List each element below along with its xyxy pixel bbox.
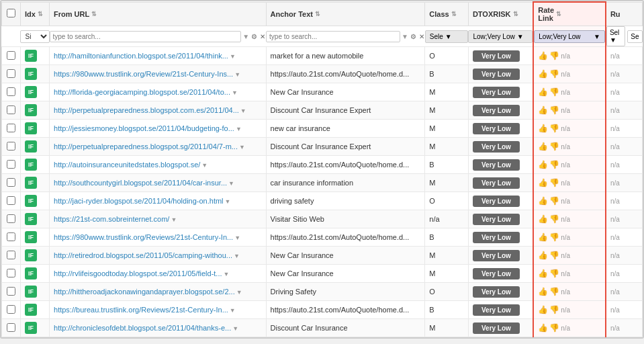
row-dtox: Very Low xyxy=(468,210,533,228)
row-checkbox[interactable] xyxy=(7,160,15,169)
row-checkbox[interactable] xyxy=(7,232,15,241)
sort-from-icon[interactable]: ⇅ xyxy=(91,11,97,17)
thumb-up-icon[interactable]: 👍 xyxy=(538,178,548,187)
from-url-link[interactable]: http://florida-georgiacamping.blogspot.s… xyxy=(54,88,230,96)
thumb-up-icon[interactable]: 👍 xyxy=(538,323,548,333)
sel-filter[interactable]: Sel ▼ xyxy=(606,26,625,46)
from-filter-btn2[interactable]: ✕ xyxy=(259,32,266,41)
row-dtox: Very Low xyxy=(468,174,533,192)
thumb-down-icon[interactable]: 👎 xyxy=(549,214,559,224)
ru-value: n/a xyxy=(610,107,620,114)
from-url-link[interactable]: http://chroniclesofdebt.blogspot.se/2011… xyxy=(54,324,231,332)
row-checkbox[interactable] xyxy=(7,142,15,150)
thumb-down-icon[interactable]: 👎 xyxy=(549,178,559,187)
from-url-link[interactable]: http://perpetualpreparedness.blogspot.co… xyxy=(54,106,239,114)
from-url-link[interactable]: http://rvlifeisgoodtoday.blogspot.se/201… xyxy=(54,269,222,277)
select-all-checkbox[interactable] xyxy=(7,9,15,17)
from-url-link[interactable]: https://980www.trustlink.org/Reviews/21s… xyxy=(54,233,233,241)
class-filter-dropdown[interactable]: Sele ▼ xyxy=(425,30,469,43)
thumb-down-icon[interactable]: 👎 xyxy=(549,251,559,260)
sort-rate-icon[interactable]: ⇅ xyxy=(556,11,561,17)
thumb-down-icon[interactable]: 👎 xyxy=(549,323,559,333)
dtox-badge: Very Low xyxy=(473,69,520,80)
thumb-up-icon[interactable]: 👍 xyxy=(538,87,548,97)
thumb-up-icon[interactable]: 👍 xyxy=(538,124,548,133)
from-url-link[interactable]: http://jaci-ryder.blogspot.se/2011/04/ho… xyxy=(54,197,224,205)
dtox-filter-dropdown[interactable]: Low;Very Low ▼ xyxy=(468,30,533,43)
thumb-up-icon[interactable]: 👍 xyxy=(538,269,548,278)
thumb-up-icon[interactable]: 👍 xyxy=(538,214,548,224)
from-url-link[interactable]: http://hittheroadjackonawingandaprayer.b… xyxy=(54,288,235,296)
thumb-up-icon[interactable]: 👍 xyxy=(538,142,548,151)
row-checkbox[interactable] xyxy=(7,269,15,277)
from-filter-btn1[interactable]: ⚙ xyxy=(250,32,258,41)
rate-filter-dropdown[interactable]: Low;Very Low ▼ xyxy=(534,30,605,43)
row-checkbox[interactable] xyxy=(7,214,15,223)
from-search-input[interactable] xyxy=(50,31,242,42)
idx-filter-select[interactable]: Si xyxy=(20,30,49,43)
thumb-down-icon[interactable]: 👎 xyxy=(549,287,559,296)
from-url-link[interactable]: http://southcountygirl.blogspot.se/2011/… xyxy=(54,179,227,187)
from-url-link[interactable]: http://retiredrod.blogspot.se/2011/05/ca… xyxy=(54,251,232,259)
from-url-link[interactable]: http://perpetualpreparedness.blogspot.sg… xyxy=(54,142,238,150)
na-text: n/a xyxy=(561,325,570,332)
table-row: IFhttp://florida-georgiacamping.blogspot… xyxy=(2,83,643,101)
thumb-up-icon[interactable]: 👍 xyxy=(538,287,548,296)
row-ru: n/a xyxy=(606,192,643,210)
from-url-link[interactable]: https://21st-com.sobreinternet.com/ xyxy=(54,215,169,223)
row-checkbox[interactable] xyxy=(7,69,15,78)
thumb-up-icon[interactable]: 👍 xyxy=(538,305,548,314)
thumb-down-icon[interactable]: 👎 xyxy=(549,160,559,169)
row-checkbox[interactable] xyxy=(7,87,15,96)
row-checkbox[interactable] xyxy=(7,323,15,332)
link-arrow: ▼ xyxy=(224,271,230,277)
sort-anchor-icon[interactable]: ⇅ xyxy=(315,11,320,17)
from-url-link[interactable]: http://autoinsuranceunitedstates.blogspo… xyxy=(54,161,200,169)
row-checkbox[interactable] xyxy=(7,105,15,114)
from-url-link[interactable]: https://bureau.trustlink.org/Reviews/21s… xyxy=(54,306,228,314)
row-checkbox[interactable] xyxy=(7,287,15,296)
row-checkbox[interactable] xyxy=(7,196,15,205)
thumb-down-icon[interactable]: 👎 xyxy=(549,196,559,206)
thumb-down-icon[interactable]: 👎 xyxy=(549,269,559,278)
thumb-up-icon[interactable]: 👍 xyxy=(538,160,548,169)
anchor-filter-btn1[interactable]: ⚙ xyxy=(410,32,417,41)
se-filter[interactable]: Se xyxy=(627,30,642,43)
row-anchor: Discount Car Insurance xyxy=(266,319,425,337)
anchor-filter-btn2[interactable]: ✕ xyxy=(418,32,425,41)
dtox-badge: Very Low xyxy=(473,87,520,98)
sort-class-icon[interactable]: ⇅ xyxy=(451,11,457,17)
row-ru: n/a xyxy=(606,265,643,283)
thumb-up-icon[interactable]: 👍 xyxy=(538,69,548,79)
thumb-down-icon[interactable]: 👎 xyxy=(549,142,559,151)
row-checkbox[interactable] xyxy=(7,305,15,314)
thumb-down-icon[interactable]: 👎 xyxy=(549,105,559,115)
row-class: B xyxy=(425,228,469,247)
from-url-link[interactable]: https://980www.trustlink.org/Review/21st… xyxy=(54,70,233,78)
sort-idx-icon[interactable]: ⇅ xyxy=(38,11,43,17)
thumb-up-icon[interactable]: 👍 xyxy=(538,105,548,115)
thumb-up-icon[interactable]: 👍 xyxy=(538,232,548,242)
sort-dtox-icon[interactable]: ⇅ xyxy=(513,11,518,17)
thumb-down-icon[interactable]: 👎 xyxy=(549,87,559,97)
if-badge: IF xyxy=(25,122,37,134)
thumb-down-icon[interactable]: 👎 xyxy=(549,124,559,133)
thumb-down-icon[interactable]: 👎 xyxy=(549,232,559,242)
row-checkbox[interactable] xyxy=(7,124,15,132)
row-rate: 👍👎n/a xyxy=(533,247,606,265)
thumb-down-icon[interactable]: 👎 xyxy=(549,69,559,79)
table-row: IFhttp://jessiesmoney.blogspot.se/2011/0… xyxy=(2,120,643,138)
thumb-up-icon[interactable]: 👍 xyxy=(538,196,548,206)
from-url-link[interactable]: http://jessiesmoney.blogspot.se/2011/04/… xyxy=(54,124,234,132)
row-ru: n/a xyxy=(606,156,643,174)
thumb-up-icon[interactable]: 👍 xyxy=(538,251,548,260)
from-url-link[interactable]: http://hamiltonianfunction.blogspot.se/2… xyxy=(54,52,228,60)
anchor-search-input[interactable] xyxy=(266,31,400,42)
thumb-up-icon[interactable]: 👍 xyxy=(538,51,548,60)
row-checkbox[interactable] xyxy=(7,251,15,259)
thumb-down-icon[interactable]: 👎 xyxy=(549,305,559,314)
na-text: n/a xyxy=(561,234,570,241)
thumb-down-icon[interactable]: 👎 xyxy=(549,51,559,60)
row-checkbox[interactable] xyxy=(7,51,15,60)
row-checkbox[interactable] xyxy=(7,178,15,187)
